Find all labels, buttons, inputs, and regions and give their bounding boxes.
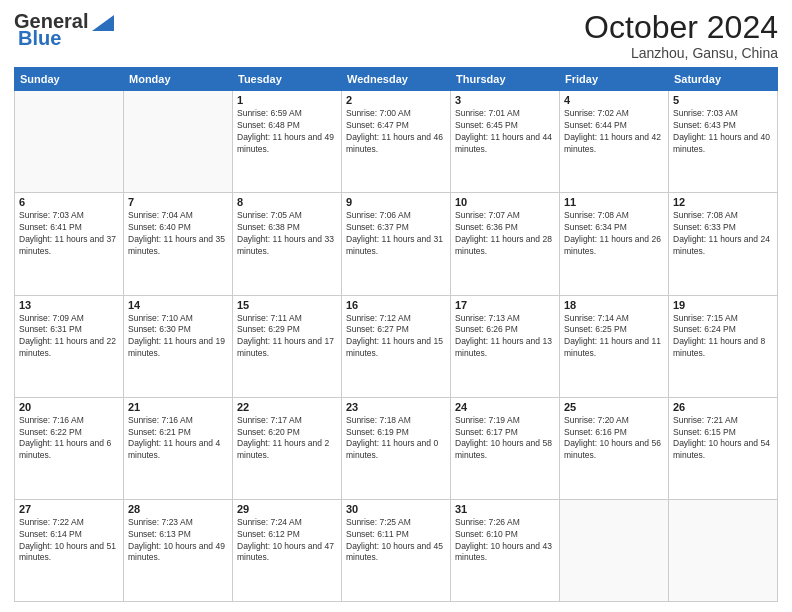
header-sunday: Sunday	[15, 68, 124, 91]
header: General Blue October 2024 Lanzhou, Gansu…	[14, 10, 778, 61]
logo: General Blue	[14, 10, 114, 50]
day-info: Sunrise: 7:20 AMSunset: 6:16 PMDaylight:…	[564, 415, 664, 463]
calendar-week-row: 13Sunrise: 7:09 AMSunset: 6:31 PMDayligh…	[15, 295, 778, 397]
day-info: Sunrise: 7:22 AMSunset: 6:14 PMDaylight:…	[19, 517, 119, 565]
day-number: 11	[564, 196, 664, 208]
table-row: 10Sunrise: 7:07 AMSunset: 6:36 PMDayligh…	[451, 193, 560, 295]
day-number: 18	[564, 299, 664, 311]
day-info: Sunrise: 7:24 AMSunset: 6:12 PMDaylight:…	[237, 517, 337, 565]
day-number: 31	[455, 503, 555, 515]
location: Lanzhou, Gansu, China	[584, 45, 778, 61]
table-row: 25Sunrise: 7:20 AMSunset: 6:16 PMDayligh…	[560, 397, 669, 499]
day-number: 19	[673, 299, 773, 311]
header-wednesday: Wednesday	[342, 68, 451, 91]
day-info: Sunrise: 7:00 AMSunset: 6:47 PMDaylight:…	[346, 108, 446, 156]
day-info: Sunrise: 7:17 AMSunset: 6:20 PMDaylight:…	[237, 415, 337, 463]
day-info: Sunrise: 6:59 AMSunset: 6:48 PMDaylight:…	[237, 108, 337, 156]
table-row: 30Sunrise: 7:25 AMSunset: 6:11 PMDayligh…	[342, 499, 451, 601]
day-number: 12	[673, 196, 773, 208]
header-friday: Friday	[560, 68, 669, 91]
header-monday: Monday	[124, 68, 233, 91]
day-info: Sunrise: 7:08 AMSunset: 6:33 PMDaylight:…	[673, 210, 773, 258]
table-row: 23Sunrise: 7:18 AMSunset: 6:19 PMDayligh…	[342, 397, 451, 499]
calendar-week-row: 6Sunrise: 7:03 AMSunset: 6:41 PMDaylight…	[15, 193, 778, 295]
day-info: Sunrise: 7:13 AMSunset: 6:26 PMDaylight:…	[455, 313, 555, 361]
day-number: 27	[19, 503, 119, 515]
day-number: 10	[455, 196, 555, 208]
day-number: 23	[346, 401, 446, 413]
day-number: 15	[237, 299, 337, 311]
day-number: 22	[237, 401, 337, 413]
table-row: 8Sunrise: 7:05 AMSunset: 6:38 PMDaylight…	[233, 193, 342, 295]
table-row: 2Sunrise: 7:00 AMSunset: 6:47 PMDaylight…	[342, 91, 451, 193]
day-number: 7	[128, 196, 228, 208]
table-row: 21Sunrise: 7:16 AMSunset: 6:21 PMDayligh…	[124, 397, 233, 499]
day-number: 3	[455, 94, 555, 106]
day-info: Sunrise: 7:15 AMSunset: 6:24 PMDaylight:…	[673, 313, 773, 361]
logo-blue: Blue	[18, 27, 61, 50]
day-number: 26	[673, 401, 773, 413]
day-info: Sunrise: 7:08 AMSunset: 6:34 PMDaylight:…	[564, 210, 664, 258]
table-row: 14Sunrise: 7:10 AMSunset: 6:30 PMDayligh…	[124, 295, 233, 397]
day-number: 5	[673, 94, 773, 106]
day-number: 16	[346, 299, 446, 311]
day-number: 2	[346, 94, 446, 106]
calendar-week-row: 27Sunrise: 7:22 AMSunset: 6:14 PMDayligh…	[15, 499, 778, 601]
day-number: 1	[237, 94, 337, 106]
table-row: 22Sunrise: 7:17 AMSunset: 6:20 PMDayligh…	[233, 397, 342, 499]
day-info: Sunrise: 7:03 AMSunset: 6:43 PMDaylight:…	[673, 108, 773, 156]
day-number: 28	[128, 503, 228, 515]
table-row: 29Sunrise: 7:24 AMSunset: 6:12 PMDayligh…	[233, 499, 342, 601]
table-row: 13Sunrise: 7:09 AMSunset: 6:31 PMDayligh…	[15, 295, 124, 397]
day-info: Sunrise: 7:18 AMSunset: 6:19 PMDaylight:…	[346, 415, 446, 463]
day-info: Sunrise: 7:11 AMSunset: 6:29 PMDaylight:…	[237, 313, 337, 361]
day-number: 9	[346, 196, 446, 208]
table-row: 27Sunrise: 7:22 AMSunset: 6:14 PMDayligh…	[15, 499, 124, 601]
day-info: Sunrise: 7:02 AMSunset: 6:44 PMDaylight:…	[564, 108, 664, 156]
day-number: 14	[128, 299, 228, 311]
header-thursday: Thursday	[451, 68, 560, 91]
table-row: 19Sunrise: 7:15 AMSunset: 6:24 PMDayligh…	[669, 295, 778, 397]
day-number: 17	[455, 299, 555, 311]
table-row: 3Sunrise: 7:01 AMSunset: 6:45 PMDaylight…	[451, 91, 560, 193]
table-row: 12Sunrise: 7:08 AMSunset: 6:33 PMDayligh…	[669, 193, 778, 295]
day-info: Sunrise: 7:23 AMSunset: 6:13 PMDaylight:…	[128, 517, 228, 565]
calendar-table: Sunday Monday Tuesday Wednesday Thursday…	[14, 67, 778, 602]
table-row: 5Sunrise: 7:03 AMSunset: 6:43 PMDaylight…	[669, 91, 778, 193]
title-block: October 2024 Lanzhou, Gansu, China	[584, 10, 778, 61]
table-row: 28Sunrise: 7:23 AMSunset: 6:13 PMDayligh…	[124, 499, 233, 601]
table-row: 9Sunrise: 7:06 AMSunset: 6:37 PMDaylight…	[342, 193, 451, 295]
table-row: 4Sunrise: 7:02 AMSunset: 6:44 PMDaylight…	[560, 91, 669, 193]
day-info: Sunrise: 7:07 AMSunset: 6:36 PMDaylight:…	[455, 210, 555, 258]
day-info: Sunrise: 7:19 AMSunset: 6:17 PMDaylight:…	[455, 415, 555, 463]
calendar-week-row: 1Sunrise: 6:59 AMSunset: 6:48 PMDaylight…	[15, 91, 778, 193]
day-number: 6	[19, 196, 119, 208]
table-row: 1Sunrise: 6:59 AMSunset: 6:48 PMDaylight…	[233, 91, 342, 193]
day-info: Sunrise: 7:06 AMSunset: 6:37 PMDaylight:…	[346, 210, 446, 258]
day-info: Sunrise: 7:16 AMSunset: 6:22 PMDaylight:…	[19, 415, 119, 463]
day-info: Sunrise: 7:03 AMSunset: 6:41 PMDaylight:…	[19, 210, 119, 258]
table-row: 24Sunrise: 7:19 AMSunset: 6:17 PMDayligh…	[451, 397, 560, 499]
table-row	[15, 91, 124, 193]
day-info: Sunrise: 7:25 AMSunset: 6:11 PMDaylight:…	[346, 517, 446, 565]
table-row	[124, 91, 233, 193]
logo-icon	[90, 13, 114, 31]
table-row: 11Sunrise: 7:08 AMSunset: 6:34 PMDayligh…	[560, 193, 669, 295]
day-number: 20	[19, 401, 119, 413]
table-row	[669, 499, 778, 601]
month-title: October 2024	[584, 10, 778, 45]
day-number: 29	[237, 503, 337, 515]
day-number: 24	[455, 401, 555, 413]
svg-marker-0	[92, 15, 114, 31]
table-row: 7Sunrise: 7:04 AMSunset: 6:40 PMDaylight…	[124, 193, 233, 295]
day-info: Sunrise: 7:14 AMSunset: 6:25 PMDaylight:…	[564, 313, 664, 361]
table-row: 18Sunrise: 7:14 AMSunset: 6:25 PMDayligh…	[560, 295, 669, 397]
day-info: Sunrise: 7:01 AMSunset: 6:45 PMDaylight:…	[455, 108, 555, 156]
day-info: Sunrise: 7:26 AMSunset: 6:10 PMDaylight:…	[455, 517, 555, 565]
day-info: Sunrise: 7:04 AMSunset: 6:40 PMDaylight:…	[128, 210, 228, 258]
header-saturday: Saturday	[669, 68, 778, 91]
table-row: 31Sunrise: 7:26 AMSunset: 6:10 PMDayligh…	[451, 499, 560, 601]
calendar-week-row: 20Sunrise: 7:16 AMSunset: 6:22 PMDayligh…	[15, 397, 778, 499]
day-info: Sunrise: 7:10 AMSunset: 6:30 PMDaylight:…	[128, 313, 228, 361]
table-row: 17Sunrise: 7:13 AMSunset: 6:26 PMDayligh…	[451, 295, 560, 397]
